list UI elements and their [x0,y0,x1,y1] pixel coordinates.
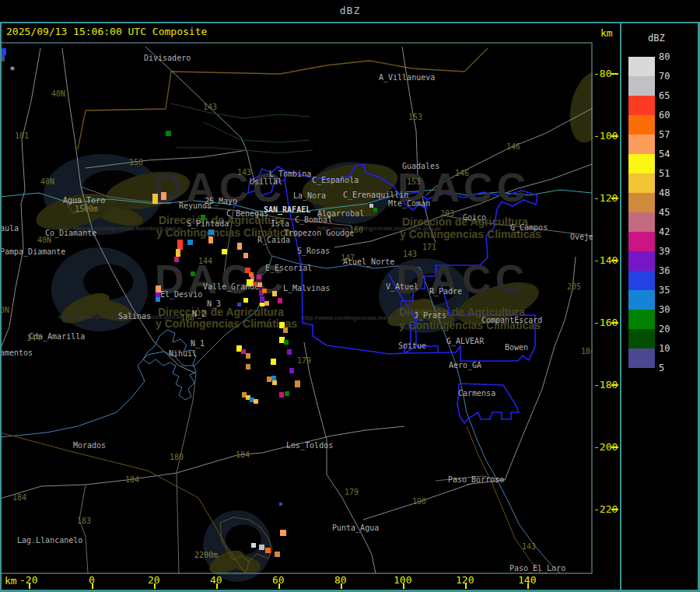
radar-echo-pixel [174,257,179,262]
y-axis-tick [611,322,618,324]
colorbar-label: 36 [659,266,670,275]
x-axis-tick [527,583,529,589]
dacc-leaf-icon [564,68,593,146]
colorbar-title: dBZ [648,33,665,44]
colorbar-label: 54 [659,149,670,159]
place-label: Agua_Toro [63,196,105,205]
colorbar-swatch [628,310,655,329]
place-label: amentos [0,349,33,357]
y-axis-tick [611,73,618,75]
y-axis-tick-label: -80 [593,68,611,79]
radar-echo-pixel [272,291,277,296]
colorbar-label: 48 [659,188,670,198]
place-label: Morados [73,441,106,450]
road-number-label: 146 [506,142,520,151]
marker-asterisk: * [9,65,16,74]
radar-echo-pixel [278,298,282,303]
road-line [467,426,541,573]
radar-echo-pixel [191,271,195,276]
dacc-logo-hole [226,524,261,555]
road-number-label: 183 [77,517,91,525]
radar-echo-pixel [243,253,248,258]
road-number-label: 143 [403,250,417,258]
border-left [0,22,2,592]
radar-composite-viewer: dBZ 2025/09/13 15:06:00 UTC Composite km… [0,0,700,592]
place-label: S_Rosas [297,247,330,255]
place-label: J_Prats [414,311,446,320]
y-axis-tick [611,509,618,510]
place-label: E_Escorial [265,264,312,272]
road-number-label: 184 [581,347,593,356]
road-line [78,48,488,149]
road-number-label: 40N [51,89,65,98]
place-label: L_Tombina [269,170,311,178]
place-label: Usillal [250,177,282,186]
road-number-label: 143 [237,168,251,177]
radar-echo-pixel [295,380,300,387]
x-axis-tick [216,583,218,589]
colorbar-swatch [628,232,655,251]
place-label: Goico [463,213,486,222]
place-label: Bowen [505,343,528,352]
place-label: Valle_Grande [203,282,259,291]
x-axis-tick [465,583,467,589]
road-number-label: 184 [125,475,139,484]
place-label: G_ALVEAR [446,337,484,345]
colorbar-label: 20 [659,324,670,334]
radar-echo-pixel [246,353,250,359]
colorbar-label: 10 [659,344,670,353]
stream-line [177,148,313,153]
radar-echo-pixel [272,380,277,385]
place-label: CompantEscard [481,316,542,324]
colorbar-swatch [628,212,655,232]
road-number-label: 205 [567,282,581,291]
contour-label: 1500m [75,205,98,213]
place-label: Paso_El_Loro [509,564,565,573]
radar-map: DACCDirección de Agriculturay Contingenc… [0,22,593,590]
y-axis-tick [611,198,618,199]
road-line [304,342,376,573]
radar-echo-pixel [271,359,276,365]
radar-echo-pixel [289,368,294,373]
radar-echo-pixel [283,328,288,333]
y-axis-tick [611,260,618,261]
x-axis-tick [278,583,280,589]
colorbar-swatch [628,173,655,193]
place-label: Nihuil [169,349,197,358]
dacc-logo-hole [83,264,133,300]
road-line [177,473,179,573]
stream-line [171,103,310,118]
colorbar-label: 80 [659,52,670,61]
colorbar-swatch [628,57,655,76]
radar-echo-pixel [222,249,227,254]
colorbar-swatch [628,329,655,349]
radar-echo-pixel [187,240,193,245]
radar-echo-pixel [373,208,377,212]
place-label: Guadales [402,162,439,170]
place-label: G_Campos [510,223,548,232]
place-label: 25_Mayo [205,197,237,205]
colorbar-label: 42 [659,227,670,236]
colorbar-label: 70 [659,72,670,81]
road-line [0,48,40,350]
radar-echo-pixel [208,236,213,243]
colorbar-swatch [628,193,655,212]
road-number-label: 179 [345,488,359,496]
colorbar-label: 35 [659,285,670,295]
road-number-label: 101 [15,131,29,140]
place-label: Carmensa [458,389,495,398]
radar-echo-pixel [251,543,256,548]
place-label: R_Caida [257,236,290,244]
place-label: aula [0,224,19,233]
radar-echo-pixel [262,289,267,293]
radar-echo-pixel [237,243,242,250]
road-number-label: 179 [297,356,311,365]
colorbar-label: 57 [659,130,670,139]
place-label: Los_Toldos [286,441,333,450]
place-label: C_Benegas [226,209,268,218]
colorbar-label: 51 [659,169,670,178]
road-number-label: 160 [349,226,363,234]
road-number-label: 153 [407,177,421,186]
x-axis-tick [341,583,342,589]
top-title-bar: dBZ [0,0,700,22]
